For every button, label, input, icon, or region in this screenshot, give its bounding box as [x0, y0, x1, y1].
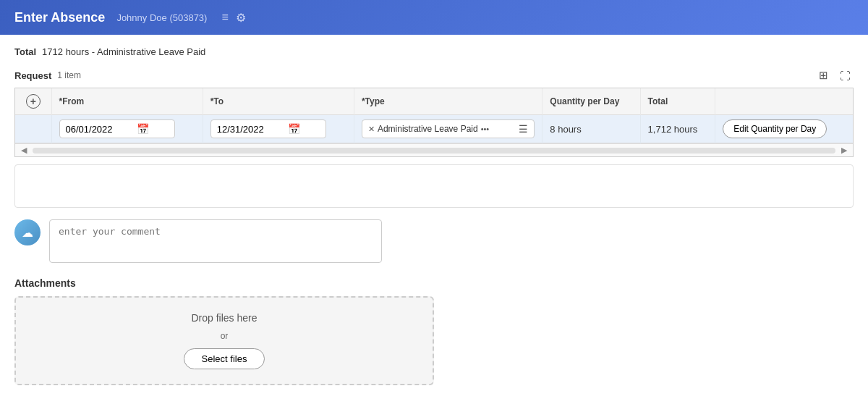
th-total: Total	[640, 88, 715, 115]
edit-quantity-button[interactable]: Edit Quantity per Day	[723, 119, 827, 138]
type-remove-icon[interactable]: ✕	[368, 125, 375, 134]
request-header-right: ⊞ ⛶	[816, 67, 854, 83]
from-date-input[interactable]: 06/01/2022	[66, 124, 131, 135]
from-calendar-icon[interactable]: 📅	[137, 123, 149, 135]
add-row-button[interactable]: +	[26, 94, 41, 109]
table-header-row: + *From *To *Type Quantity per Day Total	[15, 88, 853, 115]
from-date-field[interactable]: 06/01/2022 📅	[59, 119, 175, 138]
to-date-input[interactable]: 12/31/2022	[217, 124, 282, 135]
action-cell: Edit Quantity per Day	[715, 115, 853, 143]
qty-per-day-cell: 8 hours	[542, 115, 640, 143]
header-icons: ≡ ⚙	[221, 11, 245, 25]
total-value: 1712 hours - Administrative Leave Paid	[42, 46, 205, 57]
total-row: Total 1712 hours - Administrative Leave …	[14, 46, 854, 57]
comment-row: ☁	[14, 219, 854, 263]
scroll-track[interactable]	[33, 148, 835, 154]
avatar: ☁	[14, 219, 41, 245]
drop-text: Drop files here	[191, 312, 257, 324]
fullscreen-button[interactable]: ⛶	[837, 67, 854, 83]
type-field[interactable]: ✕ Administrative Leave Paid ••• ☰	[362, 119, 535, 138]
request-table-wrapper: + *From *To *Type Quantity per Day Total	[14, 88, 854, 157]
page-title: Enter Absence	[14, 10, 105, 25]
scroll-right-arrow[interactable]: ▶	[838, 146, 850, 155]
request-label: Request	[14, 70, 51, 81]
to-calendar-icon[interactable]: 📅	[288, 123, 300, 135]
row-select-cell	[15, 115, 51, 143]
h-scroll-bar: ◀ ▶	[15, 143, 853, 156]
request-table: + *From *To *Type Quantity per Day Total	[15, 88, 853, 143]
total-cell: 1,712 hours	[640, 115, 715, 143]
main-content: Total 1712 hours - Administrative Leave …	[0, 35, 868, 399]
total-label: Total	[14, 46, 36, 57]
grid-view-button[interactable]: ⊞	[816, 67, 831, 83]
th-action	[715, 88, 853, 115]
th-add: +	[15, 88, 51, 115]
type-options-icon[interactable]: •••	[481, 125, 490, 133]
th-to: *To	[203, 88, 354, 115]
type-tag: ✕ Administrative Leave Paid •••	[368, 124, 489, 134]
th-qty-per-day: Quantity per Day	[542, 88, 640, 115]
user-label: Johnny Doe (503873)	[116, 12, 207, 23]
drop-zone[interactable]: Drop files here or Select files	[14, 296, 434, 385]
settings-icon[interactable]: ⚙	[236, 11, 246, 25]
table-row: 06/01/2022 📅 12/31/2022 📅	[15, 115, 853, 143]
th-type: *Type	[354, 88, 542, 115]
app-header: Enter Absence Johnny Doe (503873) ≡ ⚙	[0, 0, 868, 35]
select-files-button[interactable]: Select files	[184, 348, 265, 369]
type-cell: ✕ Administrative Leave Paid ••• ☰	[354, 115, 542, 143]
comment-input[interactable]	[49, 219, 382, 263]
type-list-icon[interactable]: ☰	[519, 123, 528, 135]
request-header: Request 1 item ⊞ ⛶	[14, 67, 854, 83]
menu-icon[interactable]: ≡	[221, 11, 228, 25]
type-value: Administrative Leave Paid	[378, 124, 478, 134]
to-cell: 12/31/2022 📅	[203, 115, 354, 143]
avatar-icon: ☁	[22, 226, 33, 240]
request-header-left: Request 1 item	[14, 70, 81, 81]
th-from: *From	[51, 88, 203, 115]
to-date-field[interactable]: 12/31/2022 📅	[210, 119, 326, 138]
from-cell: 06/01/2022 📅	[51, 115, 203, 143]
note-area[interactable]	[14, 164, 854, 208]
table-scroll[interactable]: + *From *To *Type Quantity per Day Total	[15, 88, 853, 143]
scroll-left-arrow[interactable]: ◀	[18, 146, 30, 155]
or-text: or	[216, 331, 233, 341]
attachments-label: Attachments	[14, 277, 854, 289]
request-count: 1 item	[57, 70, 81, 80]
